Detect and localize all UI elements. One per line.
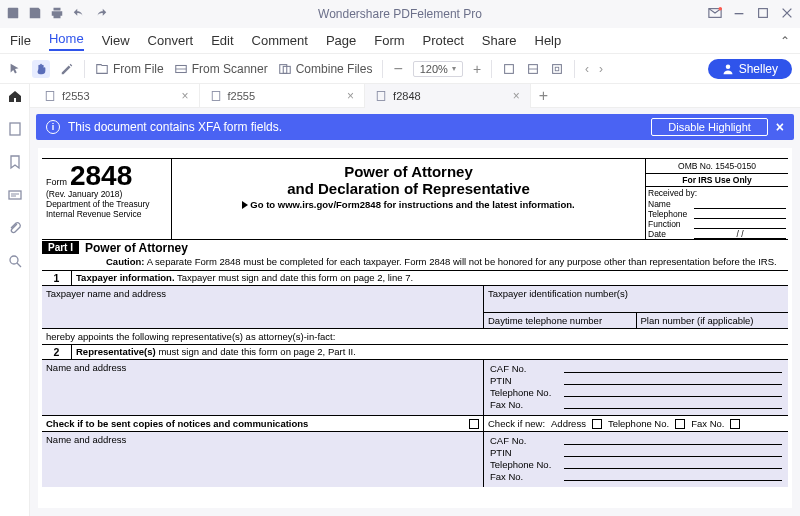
check-send-copies-row: Check if to be sent copies of notices an… <box>42 416 484 431</box>
fit-width-icon[interactable] <box>502 62 516 76</box>
notification-message: This document contains XFA form fields. <box>68 120 643 134</box>
menu-view[interactable]: View <box>102 33 130 48</box>
svg-rect-13 <box>10 123 20 135</box>
form-title: Power of Attorney and Declaration of Rep… <box>172 159 646 239</box>
next-page-icon[interactable]: › <box>599 62 603 76</box>
plan-number-field[interactable]: Plan number (if applicable) <box>637 313 789 328</box>
close-tab-icon[interactable]: × <box>347 89 354 103</box>
taxpayer-name-field[interactable]: Taxpayer name and address <box>42 286 484 328</box>
close-tab-icon[interactable]: × <box>513 89 520 103</box>
form-header-right: OMB No. 1545-0150 For IRS Use Only Recei… <box>646 159 788 239</box>
app-title: Wondershare PDFelement Pro <box>0 7 800 21</box>
close-icon[interactable] <box>780 6 794 23</box>
menu-share[interactable]: Share <box>482 33 517 48</box>
svg-point-12 <box>725 64 730 69</box>
ptin-field-2[interactable] <box>564 447 782 457</box>
svg-rect-16 <box>46 91 54 100</box>
svg-rect-18 <box>377 91 385 100</box>
tab-f2848[interactable]: f2848× <box>365 84 531 108</box>
close-notification-icon[interactable]: × <box>776 119 784 135</box>
caution-text: Caution: A separate Form 2848 must be co… <box>42 255 788 270</box>
menu-comment[interactable]: Comment <box>252 33 308 48</box>
bookmark-icon[interactable] <box>7 154 23 173</box>
separator <box>491 60 492 78</box>
checkbox-new-telephone[interactable] <box>675 419 685 429</box>
daytime-telephone-field[interactable]: Daytime telephone number <box>484 313 637 328</box>
svg-point-15 <box>10 256 18 264</box>
caf-no-field-2[interactable] <box>564 435 782 445</box>
user-button[interactable]: Shelley <box>708 59 792 79</box>
telephone-no-field[interactable] <box>564 387 782 397</box>
part1-bar: Part I Power of Attorney <box>42 239 788 255</box>
prev-page-icon[interactable]: ‹ <box>585 62 589 76</box>
svg-rect-17 <box>212 91 220 100</box>
separator <box>84 60 85 78</box>
tab-f2555[interactable]: f2555× <box>200 84 366 108</box>
select-tool-icon[interactable] <box>8 62 22 76</box>
caf-no-field[interactable] <box>564 363 782 373</box>
menu-file[interactable]: File <box>10 33 31 48</box>
tab-f2553[interactable]: f2553× <box>34 84 200 108</box>
menu-protect[interactable]: Protect <box>423 33 464 48</box>
section-1: 1 Taxpayer information. Taxpayer must si… <box>42 270 788 285</box>
checkbox-new-address[interactable] <box>592 419 602 429</box>
from-file-button[interactable]: From File <box>95 62 164 76</box>
zoom-in-button[interactable]: + <box>473 61 481 77</box>
minimize-icon[interactable] <box>732 6 746 23</box>
zoom-out-button[interactable]: − <box>393 60 402 78</box>
appoints-text: hereby appoints the following representa… <box>42 328 788 344</box>
search-icon[interactable] <box>7 253 23 272</box>
menu-page[interactable]: Page <box>326 33 356 48</box>
actual-size-icon[interactable] <box>550 62 564 76</box>
menubar: File Home View Convert Edit Comment Page… <box>0 28 800 54</box>
svg-rect-14 <box>9 191 21 199</box>
mail-icon[interactable] <box>708 6 722 23</box>
from-scanner-button[interactable]: From Scanner <box>174 62 268 76</box>
xfa-notification: i This document contains XFA form fields… <box>36 114 794 140</box>
menu-home[interactable]: Home <box>49 31 84 51</box>
fax-no-field[interactable] <box>564 399 782 409</box>
svg-rect-11 <box>555 67 559 71</box>
close-tab-icon[interactable]: × <box>182 89 189 103</box>
new-tab-button[interactable]: + <box>531 87 556 105</box>
left-sidebar <box>0 84 30 516</box>
menu-edit[interactable]: Edit <box>211 33 233 48</box>
attachments-icon[interactable] <box>7 220 23 239</box>
toolbar: From File From Scanner Combine Files − 1… <box>0 54 800 84</box>
menu-convert[interactable]: Convert <box>148 33 194 48</box>
annotations-icon[interactable] <box>7 187 23 206</box>
checkbox-send-copies[interactable] <box>469 419 479 429</box>
section-2: 2 Representative(s) must sign and date t… <box>42 344 788 359</box>
checkbox-new-fax[interactable] <box>730 419 740 429</box>
ptin-field[interactable] <box>564 375 782 385</box>
menu-form[interactable]: Form <box>374 33 404 48</box>
fax-no-field-2[interactable] <box>564 471 782 481</box>
combine-files-button[interactable]: Combine Files <box>278 62 373 76</box>
separator <box>382 60 383 78</box>
titlebar: Wondershare PDFelement Pro <box>0 0 800 28</box>
tabstrip: f2553× f2555× f2848× + <box>30 84 800 108</box>
fit-page-icon[interactable] <box>526 62 540 76</box>
svg-point-2 <box>719 6 723 10</box>
hand-tool-icon[interactable] <box>32 60 50 78</box>
edit-tool-icon[interactable] <box>60 62 74 76</box>
thumbnails-icon[interactable] <box>7 121 23 140</box>
rep2-name-field[interactable]: Name and address <box>42 432 484 487</box>
rep1-name-field[interactable]: Name and address <box>42 360 484 415</box>
form-header-left: Form 2848 (Rev. January 2018) Department… <box>42 159 172 239</box>
check-if-new-row: Check if new: Address Telephone No. Fax … <box>484 416 788 431</box>
menu-help[interactable]: Help <box>535 33 562 48</box>
home-icon[interactable] <box>7 88 23 107</box>
telephone-no-field-2[interactable] <box>564 459 782 469</box>
document-page: Form 2848 (Rev. January 2018) Department… <box>38 148 792 508</box>
svg-rect-8 <box>505 64 514 73</box>
disable-highlight-button[interactable]: Disable Highlight <box>651 118 768 136</box>
maximize-icon[interactable] <box>756 6 770 23</box>
separator <box>574 60 575 78</box>
svg-rect-10 <box>553 64 562 73</box>
zoom-level[interactable]: 120%▾ <box>413 61 463 77</box>
collapse-ribbon-icon[interactable]: ⌃ <box>780 34 790 48</box>
svg-rect-3 <box>735 13 744 14</box>
info-icon: i <box>46 120 60 134</box>
tin-field[interactable]: Taxpayer identification number(s) <box>484 286 788 312</box>
